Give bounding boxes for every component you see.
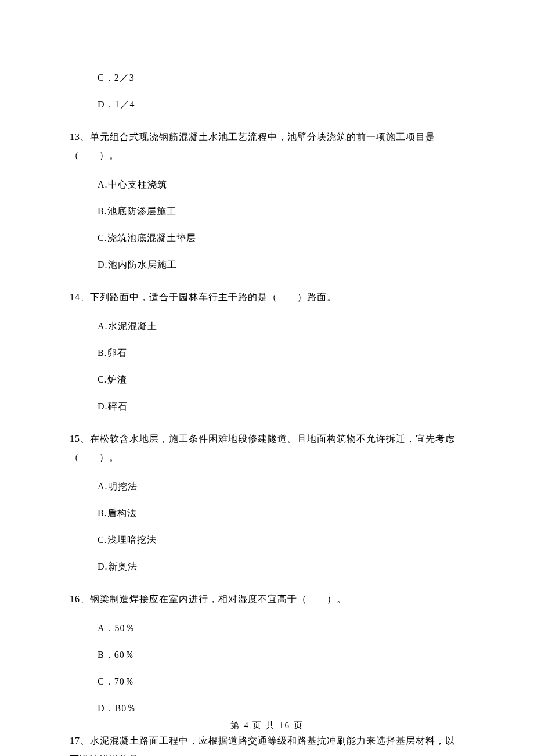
q15-stem: 15、在松软含水地层，施工条件困难地段修建隧道。且地面构筑物不允许拆迁，宜先考虑… [70,430,464,467]
q13-stem: 13、单元组合式现浇钢筋混凝土水池工艺流程中，池壁分块浇筑的前一项施工项目是（ … [70,128,464,165]
q12-option-c: C．2／3 [98,71,464,85]
q15-option-c: C.浅埋暗挖法 [98,533,464,547]
q17-text: 水泥混凝土路面工程中，应根据道路交通等级和路基抗冲刷能力来选择基层材料，以下说法… [70,736,455,756]
q16-stem: 16、钢梁制造焊接应在室内进行，相对湿度不宜高于（ ）。 [70,590,464,609]
q13-option-d: D.池内防水层施工 [98,258,464,272]
q16-num: 16、 [70,594,90,604]
page-footer: 第 4 页 共 16 页 [0,719,534,732]
q13-option-a: A.中心支柱浇筑 [98,178,464,192]
q13-option-b: B.池底防渗层施工 [98,204,464,218]
q16-option-a: A．50％ [98,621,464,635]
q13-num: 13、 [70,132,90,142]
q13-option-c: C.浇筑池底混凝土垫层 [98,231,464,245]
q13-text: 单元组合式现浇钢筋混凝土水池工艺流程中，池壁分块浇筑的前一项施工项目是（ ）。 [70,132,435,160]
q14-option-a: A.水泥混凝土 [98,319,464,333]
q16-option-b: B．60％ [98,648,464,662]
q17-stem: 17、水泥混凝土路面工程中，应根据道路交通等级和路基抗冲刷能力来选择基层材料，以… [70,732,464,756]
q14-option-d: D.碎石 [98,399,464,413]
q14-stem: 14、下列路面中，适合于园林车行主干路的是（ ）路面。 [70,288,464,307]
q15-num: 15、 [70,434,90,444]
q14-text: 下列路面中，适合于园林车行主干路的是（ ）路面。 [90,292,337,302]
q15-option-d: D.新奥法 [98,560,464,574]
q12-option-d: D．1／4 [98,98,464,111]
q15-option-b: B.盾构法 [98,506,464,520]
q17-num: 17、 [70,736,90,746]
q15-text: 在松软含水地层，施工条件困难地段修建隧道。且地面构筑物不允许拆迁，宜先考虑（ ）… [70,434,455,462]
q14-option-b: B.卵石 [98,346,464,360]
q15-option-a: A.明挖法 [98,480,464,494]
q16-text: 钢梁制造焊接应在室内进行，相对湿度不宜高于（ ）。 [90,594,347,604]
q16-option-d: D．B0％ [98,701,464,715]
q16-option-c: C．70％ [98,675,464,689]
q14-num: 14、 [70,292,90,302]
q14-option-c: C.炉渣 [98,373,464,387]
